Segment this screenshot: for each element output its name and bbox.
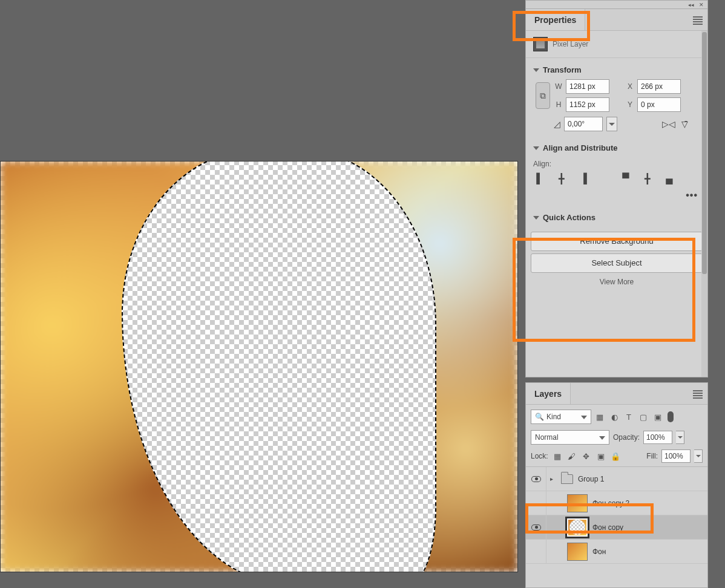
align-header[interactable]: Align and Distribute [533,141,700,157]
fill-input[interactable]: 100% [661,449,691,463]
angle-input[interactable]: 0,00° [564,117,603,131]
layer-thumbnail[interactable] [567,518,588,537]
expand-icon[interactable]: ▸ [550,475,556,482]
align-bottom-icon[interactable]: ▄ [663,172,676,185]
w-label: W [554,82,563,91]
align-left-icon[interactable]: ▌ [533,172,546,185]
layer-name[interactable]: Фон [592,547,606,556]
align-label: Align: [526,160,707,172]
width-input[interactable]: 1281 px [566,79,609,94]
filter-kind-dropdown[interactable]: 🔍Kind [531,410,591,424]
folder-icon [561,474,573,484]
layer-row-group[interactable]: ▸Group 1 [526,467,707,491]
layer-name[interactable]: Фон copy [592,523,623,532]
align-top-icon[interactable]: ▀ [619,172,632,185]
filter-kind-label: Kind [546,413,561,421]
properties-tab-bar: Properties [526,9,707,31]
quick-actions-title: Quick Actions [543,213,595,222]
opacity-input[interactable]: 100% [643,431,672,444]
eye-icon [531,476,541,482]
layer-name[interactable]: Фон copy 2 [592,499,629,508]
view-more-link[interactable]: View More [526,275,707,286]
visibility-toggle[interactable] [526,540,546,563]
canvas[interactable] [0,161,518,572]
layers-panel: Layers 🔍Kind ▦ ◐ T ▢ ▣ Normal Opacity: 1… [525,382,708,588]
layer-row[interactable]: Фон copy 2 [526,491,707,515]
filter-smart-icon[interactable]: ▣ [652,411,664,423]
align-hcenter-icon[interactable]: ╋ [555,172,568,185]
blend-mode-dropdown[interactable]: Normal [531,430,609,445]
align-section: Align and Distribute [526,136,707,160]
angle-icon: ◿ [554,119,560,129]
select-subject-button[interactable]: Select Subject [531,253,703,273]
align-buttons: ▌ ╋ ▐ ▀ ╋ ▄ [526,172,707,189]
visibility-toggle[interactable] [526,515,546,539]
chevron-down-icon [533,216,539,220]
remove-background-button[interactable]: Remove Background [531,232,703,251]
eye-icon [531,524,541,531]
panel-collapse-bar[interactable]: ◂◂ ✕ [525,0,708,8]
x-input[interactable]: 266 px [637,79,681,94]
tab-layers[interactable]: Layers [526,383,571,404]
filter-adjust-icon[interactable]: ◐ [608,411,620,423]
quick-actions-header[interactable]: Quick Actions [533,211,700,227]
fill-label: Fill: [646,452,658,460]
visibility-toggle[interactable] [526,467,546,491]
filter-pixel-icon[interactable]: ▦ [594,411,606,423]
tab-properties[interactable]: Properties [526,9,585,30]
transform-title: Transform [543,65,582,74]
layer-thumbnail[interactable] [567,543,588,561]
h-label: H [554,100,563,109]
filter-type-icon[interactable]: T [623,411,635,423]
x-label: X [625,82,635,91]
lock-pixels-icon[interactable]: 🖌 [566,451,577,462]
layer-filter-row: 🔍Kind ▦ ◐ T ▢ ▣ [526,405,707,429]
align-vcenter-icon[interactable]: ╋ [641,172,654,185]
chevron-down-icon [533,68,539,72]
quick-actions-section: Quick Actions [526,206,707,229]
transform-header[interactable]: Transform [533,63,700,79]
visibility-toggle[interactable] [526,491,546,515]
align-right-icon[interactable]: ▐ [577,172,590,185]
properties-scrollbar[interactable] [701,31,707,377]
more-options-icon[interactable]: ••• [526,189,707,206]
layer-type-label: Pixel Layer [553,40,588,48]
lock-all-icon[interactable]: 🔒 [610,451,621,462]
fill-dropdown[interactable] [694,449,703,463]
layer-name[interactable]: Group 1 [578,475,604,483]
properties-body: Pixel Layer Transform ⧉ W 1281 px X 266 … [526,31,707,377]
lock-position-icon[interactable]: ✥ [581,451,592,462]
filter-toggle[interactable] [668,411,674,422]
blend-row: Normal Opacity: 100% [526,429,707,448]
align-title: Align and Distribute [543,143,618,152]
lock-row: Lock: ▦ 🖌 ✥ ▣ 🔒 Fill: 100% [526,448,707,467]
collapse-icon[interactable]: ◂◂ [688,2,694,8]
lock-artboard-icon[interactable]: ▣ [595,451,606,462]
blend-mode-label: Normal [535,433,559,442]
pixel-layer-icon [533,37,548,51]
layer-row-selected[interactable]: Фон copy [526,515,707,540]
right-panel-stack: ◂◂ ✕ Properties Pixel Layer Transform ⧉ … [525,0,708,588]
link-wh-icon[interactable]: ⧉ [536,82,550,109]
angle-dropdown[interactable] [606,117,617,131]
flip-horizontal-icon[interactable]: ▷◁ [662,119,675,129]
lock-transparency-icon[interactable]: ▦ [552,451,563,462]
properties-panel: Properties Pixel Layer Transform ⧉ W 128… [525,8,708,377]
layer-thumbnail[interactable] [567,494,588,512]
panel-menu-icon[interactable] [693,15,703,26]
height-input[interactable]: 1152 px [566,97,609,112]
flip-vertical-icon[interactable]: ▽̄ [681,119,688,129]
lock-label: Lock: [531,452,548,460]
y-label: Y [625,100,635,109]
layer-row[interactable]: Фон [526,540,707,564]
opacity-label: Opacity: [613,433,640,442]
layers-body: 🔍Kind ▦ ◐ T ▢ ▣ Normal Opacity: 100% Loc… [526,405,707,587]
y-input[interactable]: 0 px [637,97,681,112]
close-icon[interactable]: ✕ [699,2,704,8]
chevron-down-icon [533,146,539,150]
panel-menu-icon[interactable] [693,389,703,400]
layers-tab-bar: Layers [526,383,707,405]
transform-section: Transform ⧉ W 1281 px X 266 px H 1152 px… [526,58,707,136]
opacity-dropdown[interactable] [676,431,684,444]
filter-shape-icon[interactable]: ▢ [637,411,649,423]
